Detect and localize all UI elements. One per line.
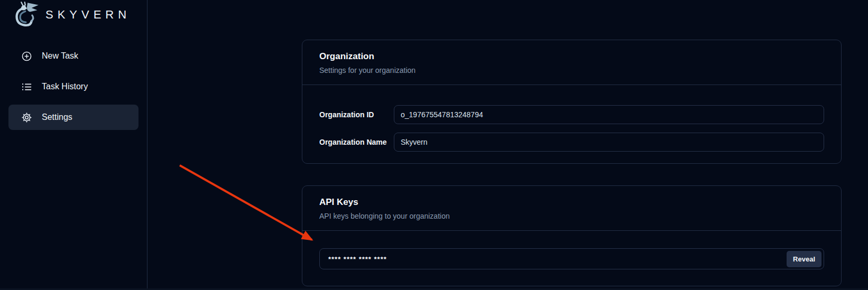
organization-name-row: Organization Name — [319, 133, 824, 152]
api-key-field[interactable]: **** **** **** **** Reveal — [319, 248, 824, 269]
arrow-line — [180, 165, 312, 240]
plus-circle-icon — [21, 51, 32, 62]
organization-id-row: Organization ID — [319, 105, 824, 124]
sidebar-item-new-task[interactable]: New Task — [8, 43, 138, 69]
brand-name: SKYVERN — [45, 8, 131, 22]
sidebar-item-label: Settings — [42, 113, 72, 122]
organization-id-label: Organization ID — [319, 110, 394, 119]
api-keys-card-subtitle: API keys belonging to your organization — [319, 212, 824, 220]
api-keys-card-title: API Keys — [319, 197, 824, 208]
sidebar-item-task-history[interactable]: Task History — [8, 74, 138, 99]
reveal-button[interactable]: Reveal — [787, 251, 821, 267]
organization-name-label: Organization Name — [319, 138, 394, 146]
organization-card: Organization Settings for your organizat… — [302, 40, 842, 164]
organization-card-header: Organization Settings for your organizat… — [302, 40, 841, 85]
dragon-logo-icon — [13, 1, 40, 29]
brand-logo: SKYVERN — [13, 0, 131, 30]
sidebar-item-label: Task History — [42, 82, 88, 91]
organization-card-title: Organization — [319, 51, 824, 62]
organization-card-subtitle: Settings for your organization — [319, 66, 824, 74]
api-keys-card-body: **** **** **** **** Reveal — [302, 231, 841, 269]
organization-id-input[interactable] — [394, 105, 824, 124]
api-key-masked-value: **** **** **** **** — [328, 255, 387, 263]
list-icon — [21, 81, 32, 92]
sidebar: SKYVERN New Task Task History Settings — [0, 0, 147, 290]
api-keys-card-header: API Keys API keys belonging to your orga… — [302, 186, 841, 231]
sidebar-nav: New Task Task History Settings — [8, 43, 138, 135]
organization-name-input[interactable] — [394, 133, 824, 152]
api-keys-card: API Keys API keys belonging to your orga… — [302, 185, 842, 286]
gear-icon — [21, 112, 32, 123]
sidebar-item-settings[interactable]: Settings — [8, 105, 138, 130]
sidebar-item-label: New Task — [42, 51, 78, 61]
organization-card-body: Organization ID Organization Name — [302, 85, 841, 152]
